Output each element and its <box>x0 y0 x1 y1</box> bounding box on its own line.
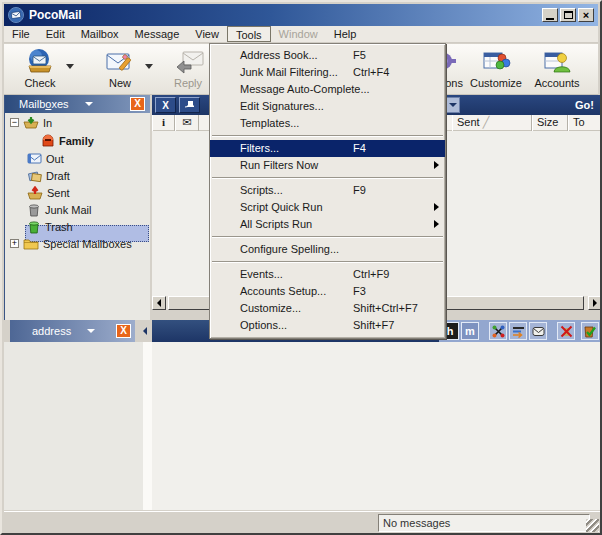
address-dropdown-icon[interactable] <box>87 329 95 333</box>
go-button[interactable]: Go! <box>575 99 594 111</box>
customize-label: Customize <box>470 77 522 89</box>
scroll-right-button[interactable] <box>588 296 602 310</box>
window-title: PocoMail <box>29 8 82 22</box>
tree-item-trash[interactable]: Trash <box>27 218 73 235</box>
block-content-button[interactable] <box>489 322 507 340</box>
preview-toolbar: h m <box>439 320 602 342</box>
menu-item-filters[interactable]: Filters...F4 <box>210 140 445 157</box>
menu-item-options[interactable]: Options...Shift+F7 <box>210 317 445 334</box>
menu-edit[interactable]: Edit <box>38 26 73 42</box>
trash-check-icon <box>583 325 597 338</box>
submenu-arrow-icon <box>434 220 439 228</box>
mailboxes-title: Mailboxes <box>19 98 69 110</box>
sent-icon <box>27 186 43 200</box>
collapse-icon[interactable]: − <box>10 118 19 127</box>
mailboxes-dropdown-icon[interactable] <box>85 102 93 106</box>
mailbox-icon <box>41 134 55 148</box>
accounts-icon <box>542 48 572 76</box>
menu-help[interactable]: Help <box>326 26 365 42</box>
menu-item-junk-mail-filtering[interactable]: Junk Mail Filtering...Ctrl+F4 <box>210 64 445 81</box>
scroll-left-button[interactable] <box>152 296 166 310</box>
status-bar: No messages <box>4 511 600 533</box>
new-message-button[interactable]: New <box>92 46 148 92</box>
reply-button[interactable]: Reply <box>162 46 214 92</box>
navbar-close-button[interactable]: X <box>155 97 176 113</box>
menu-bar: File Edit Mailbox Message View Tools Win… <box>4 26 598 43</box>
new-dropdown-arrow[interactable] <box>145 64 153 69</box>
red-x-icon <box>560 325 573 338</box>
column-attachment[interactable]: ✉ <box>175 115 199 131</box>
menu-item-edit-signatures[interactable]: Edit Signatures... <box>210 98 445 115</box>
menu-item-run-filters-now[interactable]: Run Filters Now <box>210 157 445 174</box>
menu-item-scripts[interactable]: Scripts...F9 <box>210 182 445 199</box>
menu-item-message-auto-complete[interactable]: Message Auto-Complete... <box>210 81 445 98</box>
new-message-icon <box>104 48 136 76</box>
panel-divider[interactable] <box>143 342 152 510</box>
column-sent[interactable]: Sent ╱ <box>452 115 532 131</box>
accounts-button[interactable]: Accounts <box>528 46 586 92</box>
tree-item-special-mailboxes[interactable]: + Special Mailboxes <box>10 235 132 252</box>
customize-icon <box>481 48 511 76</box>
menu-tools[interactable]: Tools <box>227 26 271 42</box>
maximize-button[interactable] <box>560 8 576 22</box>
menu-message[interactable]: Message <box>127 26 188 42</box>
pin-button[interactable] <box>179 97 200 113</box>
address-close-button[interactable]: X <box>116 324 131 338</box>
menu-mailbox[interactable]: Mailbox <box>73 26 127 42</box>
menu-item-configure-spelling[interactable]: Configure Spelling... <box>210 241 445 258</box>
menu-item-templates[interactable]: Templates... <box>210 115 445 132</box>
menu-item-address-book[interactable]: Address Book...F5 <box>210 47 445 64</box>
tree-item-junk-mail[interactable]: Junk Mail <box>27 201 91 218</box>
menu-item-customize[interactable]: Customize...Shift+Ctrl+F7 <box>210 300 445 317</box>
menu-separator <box>212 236 443 238</box>
mailboxes-panel-header[interactable]: Mailboxes X <box>5 95 150 113</box>
menu-file[interactable]: File <box>4 26 38 42</box>
wrap-lines-button[interactable] <box>509 322 527 340</box>
collapse-panel-button[interactable] <box>139 324 150 338</box>
app-logo-icon <box>8 7 24 23</box>
menu-item-accounts-setup[interactable]: Accounts Setup...F3 <box>210 283 445 300</box>
tree-item-out[interactable]: Out <box>27 150 64 167</box>
check-mail-button[interactable]: Check <box>12 46 68 92</box>
pin-icon <box>184 100 196 110</box>
check-mail-icon <box>25 48 55 76</box>
column-info[interactable]: i <box>152 115 175 131</box>
tree-item-in[interactable]: − In <box>10 114 52 131</box>
mailboxes-close-button[interactable]: X <box>130 97 145 111</box>
menu-item-events[interactable]: Events...Ctrl+F9 <box>210 266 445 283</box>
menu-view[interactable]: View <box>187 26 227 42</box>
column-size[interactable]: Size <box>532 115 568 131</box>
check-dropdown-arrow[interactable] <box>66 64 74 69</box>
status-message: No messages <box>378 514 590 532</box>
tree-item-family[interactable]: Family <box>41 132 94 149</box>
tools-menu: Address Book...F5 Junk Mail Filtering...… <box>209 43 446 339</box>
column-to[interactable]: To <box>568 115 602 131</box>
minimize-button[interactable] <box>542 8 558 22</box>
submenu-arrow-icon <box>434 203 439 211</box>
expand-icon[interactable]: + <box>10 239 19 248</box>
menu-window[interactable]: Window <box>271 26 326 42</box>
draft-icon <box>27 169 42 183</box>
reply-label: Reply <box>174 77 202 89</box>
mail-view-button[interactable]: m <box>461 322 479 340</box>
address-panel-header[interactable]: address X <box>10 320 135 342</box>
search-dropdown-button[interactable] <box>445 97 460 113</box>
menu-item-script-quick-run[interactable]: Script Quick Run <box>210 199 445 216</box>
inbox-icon <box>23 116 39 130</box>
menu-item-all-scripts-run[interactable]: All Scripts Run <box>210 216 445 233</box>
app-window: PocoMail × File Edit Mailbox Message Vie… <box>0 0 602 535</box>
new-message-label: New <box>109 77 131 89</box>
resize-grip[interactable] <box>586 519 599 532</box>
tree-item-sent[interactable]: Sent <box>27 184 70 201</box>
delete-message-button[interactable] <box>557 322 575 340</box>
tree-item-draft[interactable]: Draft <box>27 167 70 184</box>
submenu-arrow-icon <box>434 161 439 169</box>
customize-button[interactable]: Customize <box>464 46 528 92</box>
folder-icon <box>23 237 39 250</box>
close-button[interactable]: × <box>578 8 594 22</box>
reply-icon <box>171 48 205 76</box>
envelope-button[interactable] <box>529 322 547 340</box>
approve-junk-button[interactable] <box>581 322 599 340</box>
preview-pane[interactable] <box>152 342 602 510</box>
envelope-icon <box>532 326 545 337</box>
